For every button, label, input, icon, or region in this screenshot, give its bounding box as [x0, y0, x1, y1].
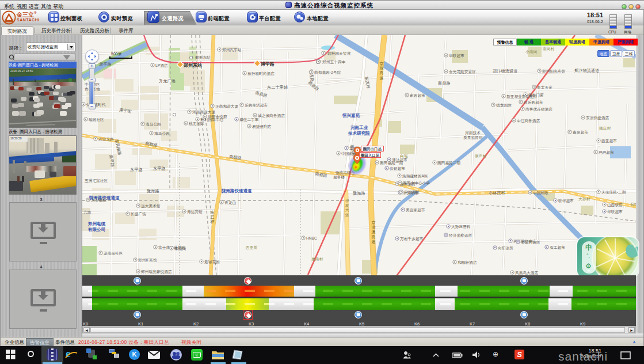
- svg-text:碧桂园天玺湾: 碧桂园天玺湾: [327, 51, 350, 56]
- svg-text:圈田嘉苑一期: 圈田嘉苑一期: [380, 161, 403, 165]
- svg-text:康庄村: 康庄村: [475, 154, 486, 158]
- svg-text:瑞园社区: 瑞园社区: [89, 117, 104, 122]
- svg-text:博学路: 博学路: [260, 62, 275, 67]
- svg-text:天伦佳苑-二期: 天伦佳苑-二期: [601, 190, 626, 195]
- svg-text:最诚花园: 最诚花园: [204, 260, 220, 264]
- svg-text:中国邮政: 中国邮政: [533, 191, 548, 195]
- svg-text:农业东路: 农业东路: [98, 137, 114, 141]
- svg-text:吴庄村诊所: 吴庄村诊所: [521, 240, 540, 245]
- svg-text:郑州东站: 郑州东站: [183, 62, 202, 68]
- svg-text:德龙国际: 德龙国际: [496, 103, 512, 108]
- svg-text:陇海路快速通道: 陇海路快速通道: [222, 188, 252, 194]
- svg-text:长盛广场: 长盛广场: [131, 212, 146, 217]
- svg-text:大: 大: [345, 208, 349, 212]
- svg-text:高: 高: [372, 235, 376, 239]
- svg-text:HNBC: HNBC: [306, 236, 317, 240]
- svg-text:恒兴嘉苑: 恒兴嘉苑: [342, 113, 360, 118]
- svg-text:郑州IF宾馆: 郑州IF宾馆: [138, 258, 157, 263]
- svg-text:家园超市: 家园超市: [410, 93, 425, 98]
- svg-text:五洲汇富社区: 五洲汇富社区: [85, 179, 108, 183]
- svg-text:供销超市: 供销超市: [390, 166, 405, 171]
- svg-text:郑州瑞竟豪悦酒店: 郑州瑞竟豪悦酒店: [140, 270, 172, 274]
- svg-text:河南工业: 河南工业: [350, 125, 368, 130]
- svg-text:浩瀚建材园A区: 浩瀚建材园A区: [402, 174, 428, 179]
- svg-text:前程村: 前程村: [630, 202, 636, 207]
- svg-text:东: 东: [211, 210, 215, 214]
- svg-text:服务楼: 服务楼: [333, 175, 345, 179]
- svg-text:华丽金悦府: 华丽金悦府: [208, 115, 227, 119]
- svg-text:京: 京: [372, 221, 376, 225]
- svg-text:青龙山: 青龙山: [224, 200, 236, 204]
- svg-text:商鼎路: 商鼎路: [437, 81, 451, 86]
- svg-text:老南岗社区: 老南岗社区: [104, 251, 123, 256]
- svg-text:河南商业大厦: 河南商业大厦: [192, 110, 215, 115]
- svg-text:大孙村: 大孙村: [578, 197, 590, 202]
- svg-text:道: 道: [345, 213, 349, 217]
- svg-text:盈太五金: 盈太五金: [537, 85, 552, 89]
- svg-text:六路: 六路: [83, 210, 92, 214]
- svg-text:有限公司: 有限公司: [87, 227, 105, 232]
- svg-text:速: 速: [372, 240, 376, 244]
- svg-text:郑州阳光宾馆: 郑州阳光宾馆: [542, 69, 565, 74]
- svg-text:经济监察诊所: 经济监察诊所: [449, 233, 472, 238]
- svg-text:高: 高: [380, 71, 384, 75]
- svg-text:尚客优连锁酒店: 尚客优连锁酒店: [525, 107, 552, 112]
- svg-text:技术研究院: 技术研究院: [348, 131, 370, 136]
- svg-text:海马公园: 海马公园: [154, 131, 170, 136]
- svg-text:诚之缘商务酒店: 诚之缘商务酒店: [258, 113, 285, 118]
- svg-text:小林庄村: 小林庄村: [488, 190, 506, 196]
- svg-text:圈田乡中心小学: 圈田乡中心小学: [403, 181, 430, 185]
- svg-text:乐购生活超市: 乐购生活超市: [245, 103, 268, 108]
- svg-text:珠: 珠: [380, 66, 384, 70]
- svg-text:夏: 夏: [345, 203, 349, 208]
- svg-text:新亚塑业新型配件: 新亚塑业新型配件: [506, 94, 538, 99]
- svg-text:易捷便利店: 易捷便利店: [252, 124, 272, 129]
- svg-text:海马公园: 海马公园: [146, 122, 161, 127]
- svg-text:东润快捷酒店: 东润快捷酒店: [586, 116, 609, 120]
- svg-text:港: 港: [372, 225, 376, 230]
- svg-text:鑫原超市: 鑫原超市: [573, 130, 588, 135]
- svg-text:京: 京: [380, 62, 384, 66]
- svg-text:河南技术: 河南技术: [465, 131, 481, 135]
- svg-text:西亚超市: 西亚超市: [601, 139, 617, 143]
- svg-text:桃元国际: 桃元国际: [189, 122, 204, 126]
- svg-text:三: 三: [211, 215, 215, 219]
- svg-text:郑州电缆: 郑州电缆: [87, 221, 106, 226]
- svg-text:金光花苑安置区: 金光花苑安置区: [449, 70, 476, 74]
- svg-text:郑汴物流通道: 郑汴物流通道: [493, 69, 517, 74]
- svg-text:屋南村: 屋南村: [311, 257, 323, 261]
- svg-text:郑州东站: 郑州东站: [195, 55, 211, 59]
- svg-text:华联超市: 华联超市: [449, 54, 464, 58]
- svg-text:环: 环: [211, 219, 215, 223]
- svg-text:郑汴物流通道: 郑汴物流通道: [574, 68, 599, 73]
- svg-text:质量监督局: 质量监督局: [463, 135, 483, 140]
- svg-text:速: 速: [380, 76, 384, 80]
- svg-text:丰源宾馆: 丰源宾馆: [404, 190, 420, 195]
- svg-text:康平路: 康平路: [99, 62, 112, 67]
- svg-text:万村千乡超市: 万村千乡超市: [400, 237, 423, 241]
- svg-text:威佳二手车: 威佳二手车: [239, 117, 259, 122]
- svg-text:玛玛超市: 玛玛超市: [599, 150, 614, 155]
- svg-text:远大美术馆: 远大美术馆: [141, 204, 161, 208]
- svg-text:和顺轩酒店: 和顺轩酒店: [458, 260, 477, 265]
- svg-text:陇海路: 陇海路: [353, 191, 365, 196]
- svg-text:陇海路: 陇海路: [147, 188, 159, 194]
- svg-text:小南岗: 小南岗: [525, 50, 537, 54]
- svg-text:中江商务酒店: 中江商务酒店: [517, 119, 540, 123]
- svg-text:澳: 澳: [372, 230, 376, 234]
- svg-text:西亚斯: 西亚斯: [245, 245, 257, 250]
- svg-text:大孙庄牙科: 大孙庄牙科: [451, 225, 471, 229]
- svg-text:东二十里铺: 东二十里铺: [266, 85, 288, 90]
- svg-text:升龙广场: 升龙广场: [159, 78, 176, 84]
- svg-text:永平路: 永平路: [153, 166, 166, 171]
- svg-text:郑州五十四中: 郑州五十四中: [322, 60, 345, 65]
- svg-text:凤凰岛大酒店: 凤凰岛大酒店: [515, 271, 538, 275]
- svg-text:旅行箱时尚酒店: 旅行箱时尚酒店: [247, 71, 275, 76]
- svg-text:LP酒店: LP酒店: [155, 63, 168, 68]
- svg-text:欧乐购超市: 欧乐购超市: [524, 100, 543, 105]
- svg-text:石工超市: 石工超市: [550, 245, 565, 250]
- svg-text:南岗村: 南岗村: [543, 47, 554, 51]
- svg-text:郑州汽车站: 郑州汽车站: [222, 48, 242, 52]
- svg-text:向阳诊所: 向阳诊所: [498, 246, 513, 251]
- svg-text:东安嘉苑: 东安嘉苑: [91, 198, 106, 203]
